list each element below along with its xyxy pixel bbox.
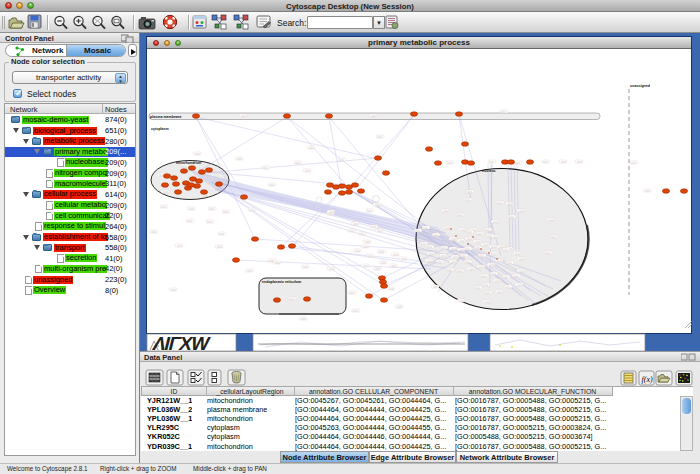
svg-text:endoplasmic reticulum: endoplasmic reticulum — [262, 280, 301, 284]
svg-text:mitochondrion: mitochondrion — [176, 161, 201, 165]
svg-text:f(x): f(x) — [642, 375, 653, 384]
svg-text:nucleus: nucleus — [482, 169, 496, 173]
svg-text:cytoplasm: cytoplasm — [151, 127, 169, 131]
svg-text:plasma membrane: plasma membrane — [150, 115, 182, 119]
svg-text:unassigned: unassigned — [630, 84, 650, 88]
svg-text:ΛΙΓΧW: ΛΙΓΧW — [151, 334, 213, 351]
